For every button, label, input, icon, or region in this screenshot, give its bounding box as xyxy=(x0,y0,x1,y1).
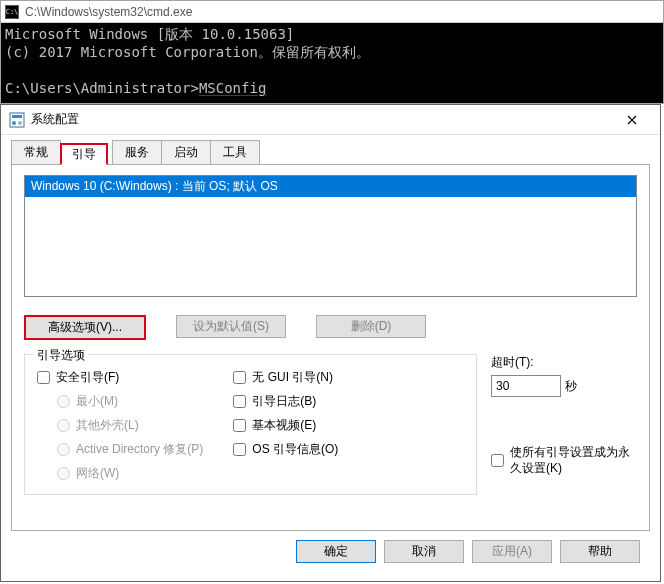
set-default-button[interactable]: 设为默认值(S) xyxy=(176,315,286,338)
tab-boot[interactable]: 引导 xyxy=(60,143,108,165)
boot-log-input[interactable] xyxy=(233,395,246,408)
boot-options-col-right: 无 GUI 引导(N) 引导日志(B) 基本视频(E) OS 引导信息(O) xyxy=(233,369,338,482)
base-video-input[interactable] xyxy=(233,419,246,432)
cmd-line2: (c) 2017 Microsoft Corporation。保留所有权利。 xyxy=(5,44,370,60)
delete-button[interactable]: 删除(D) xyxy=(316,315,426,338)
minimal-radio: 最小(M) xyxy=(57,393,203,410)
boot-log-label: 引导日志(B) xyxy=(252,393,316,410)
tab-services[interactable]: 服务 xyxy=(112,140,162,165)
boot-options-col-left: 安全引导(F) 最小(M) 其他外壳(L) Active Directory 修… xyxy=(37,369,203,482)
help-button[interactable]: 帮助 xyxy=(560,540,640,563)
minimal-label: 最小(M) xyxy=(76,393,118,410)
apply-button[interactable]: 应用(A) xyxy=(472,540,552,563)
network-radio: 网络(W) xyxy=(57,465,203,482)
tab-general[interactable]: 常规 xyxy=(11,140,61,165)
boot-options-fieldset: 引导选项 安全引导(F) 最小(M) 其他外壳(L) Active Direct… xyxy=(24,354,477,495)
svg-point-2 xyxy=(12,121,16,125)
no-gui-label: 无 GUI 引导(N) xyxy=(252,369,333,386)
base-video-checkbox[interactable]: 基本视频(E) xyxy=(233,417,338,434)
alt-shell-radio: 其他外壳(L) xyxy=(57,417,203,434)
cmd-body[interactable]: Microsoft Windows [版本 10.0.15063] (c) 20… xyxy=(1,23,663,103)
timeout-column: 超时(T): 秒 使所有引导设置成为永久设置(K) xyxy=(477,354,637,495)
close-button[interactable] xyxy=(612,106,652,134)
close-icon xyxy=(627,115,637,125)
dialog-titlebar: 系统配置 xyxy=(1,105,660,135)
network-input xyxy=(57,467,70,480)
permanent-input[interactable] xyxy=(491,454,504,467)
boot-tab-panel: Windows 10 (C:\Windows) : 当前 OS; 默认 OS 高… xyxy=(11,164,650,531)
cmd-command: MSConfig xyxy=(199,80,266,96)
cmd-icon: C:\ xyxy=(5,5,19,19)
tab-tools[interactable]: 工具 xyxy=(210,140,260,165)
boot-options-row: 引导选项 安全引导(F) 最小(M) 其他外壳(L) Active Direct… xyxy=(24,354,637,495)
alt-shell-label: 其他外壳(L) xyxy=(76,417,139,434)
os-boot-info-input[interactable] xyxy=(233,443,246,456)
boot-options-columns: 安全引导(F) 最小(M) 其他外壳(L) Active Directory 修… xyxy=(37,369,464,482)
dialog-footer: 确定 取消 应用(A) 帮助 xyxy=(11,531,650,571)
system-config-dialog: 系统配置 常规 引导 服务 启动 工具 Windows 10 (C:\Windo… xyxy=(0,104,661,582)
ad-repair-label: Active Directory 修复(P) xyxy=(76,441,203,458)
timeout-input[interactable] xyxy=(491,375,561,397)
alt-shell-input xyxy=(57,419,70,432)
msconfig-icon xyxy=(9,112,25,128)
cmd-window: C:\ C:\Windows\system32\cmd.exe Microsof… xyxy=(0,0,664,104)
ad-repair-input xyxy=(57,443,70,456)
tab-bar: 常规 引导 服务 启动 工具 xyxy=(11,141,650,165)
svg-rect-1 xyxy=(12,115,22,118)
cmd-titlebar: C:\ C:\Windows\system32\cmd.exe xyxy=(1,1,663,23)
safe-boot-label: 安全引导(F) xyxy=(56,369,119,386)
advanced-options-button[interactable]: 高级选项(V)... xyxy=(24,315,146,340)
safe-boot-checkbox[interactable]: 安全引导(F) xyxy=(37,369,203,386)
tab-startup[interactable]: 启动 xyxy=(161,140,211,165)
cancel-button[interactable]: 取消 xyxy=(384,540,464,563)
boot-options-legend: 引导选项 xyxy=(33,347,89,364)
permanent-checkbox[interactable]: 使所有引导设置成为永久设置(K) xyxy=(491,445,637,476)
svg-point-3 xyxy=(18,121,22,125)
no-gui-input[interactable] xyxy=(233,371,246,384)
dialog-content: 常规 引导 服务 启动 工具 Windows 10 (C:\Windows) :… xyxy=(1,135,660,581)
no-gui-checkbox[interactable]: 无 GUI 引导(N) xyxy=(233,369,338,386)
boot-buttons-row: 高级选项(V)... 设为默认值(S) 删除(D) xyxy=(24,315,637,340)
base-video-label: 基本视频(E) xyxy=(252,417,316,434)
boot-log-checkbox[interactable]: 引导日志(B) xyxy=(233,393,338,410)
boot-entry[interactable]: Windows 10 (C:\Windows) : 当前 OS; 默认 OS xyxy=(25,176,636,197)
cmd-prompt: C:\Users\Administrator> xyxy=(5,80,199,96)
timeout-label: 超时(T): xyxy=(491,354,637,371)
os-boot-info-label: OS 引导信息(O) xyxy=(252,441,338,458)
dialog-title: 系统配置 xyxy=(31,111,612,128)
ad-repair-radio: Active Directory 修复(P) xyxy=(57,441,203,458)
boot-list[interactable]: Windows 10 (C:\Windows) : 当前 OS; 默认 OS xyxy=(24,175,637,297)
timeout-row: 秒 xyxy=(491,375,637,397)
permanent-label: 使所有引导设置成为永久设置(K) xyxy=(510,445,637,476)
network-label: 网络(W) xyxy=(76,465,119,482)
timeout-unit: 秒 xyxy=(565,378,577,395)
ok-button[interactable]: 确定 xyxy=(296,540,376,563)
os-boot-info-checkbox[interactable]: OS 引导信息(O) xyxy=(233,441,338,458)
cmd-line1: Microsoft Windows [版本 10.0.15063] xyxy=(5,26,294,42)
cmd-title: C:\Windows\system32\cmd.exe xyxy=(25,5,192,19)
safe-boot-input[interactable] xyxy=(37,371,50,384)
minimal-input xyxy=(57,395,70,408)
